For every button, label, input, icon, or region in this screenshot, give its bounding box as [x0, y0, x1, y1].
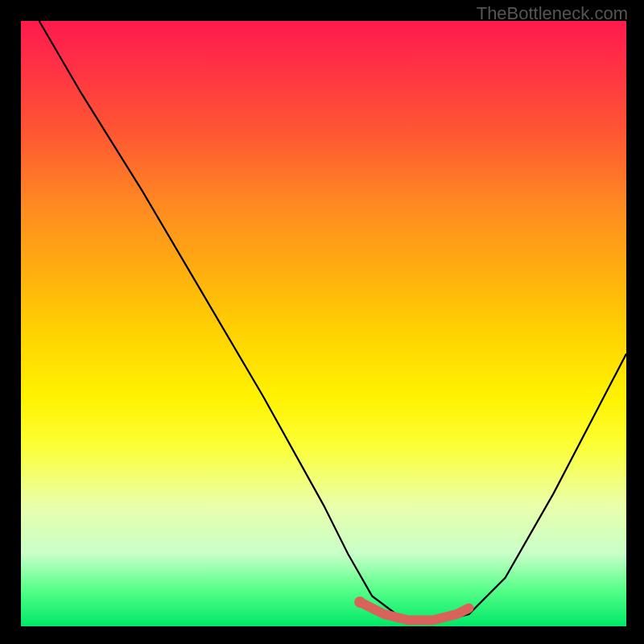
bottleneck-curve-line [39, 21, 626, 621]
optimal-zone-marker-line [360, 602, 469, 621]
chart-plot-area [21, 21, 626, 626]
optimal-zone-marker-dot [354, 597, 365, 608]
watermark-label: TheBottleneck.com [477, 3, 628, 24]
chart-svg [21, 21, 626, 626]
